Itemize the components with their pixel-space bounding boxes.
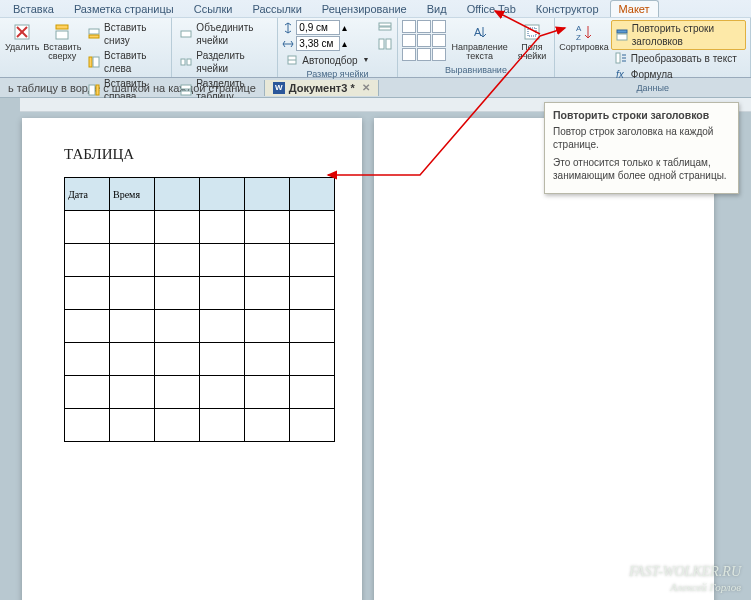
tab-vid[interactable]: Вид (418, 0, 456, 17)
tooltip-title: Повторить строки заголовков (553, 109, 730, 121)
align-tr[interactable] (432, 20, 446, 33)
formula-icon: fx (614, 67, 628, 81)
svg-rect-8 (93, 57, 99, 67)
svg-rect-27 (617, 30, 627, 33)
tooltip-text-1: Повтор строк заголовка на каждой страниц… (553, 125, 730, 151)
align-mc[interactable] (417, 34, 431, 47)
insert-bottom-icon (87, 27, 101, 41)
text-direction-button[interactable]: A Направление текста (448, 20, 512, 64)
to-text-icon (614, 51, 628, 65)
align-tl[interactable] (402, 20, 416, 33)
table-row (65, 310, 335, 343)
merge-cells-button[interactable]: Объединить ячейки (176, 20, 273, 48)
table-row (65, 211, 335, 244)
tab-rassylki[interactable]: Рассылки (243, 0, 310, 17)
svg-rect-19 (379, 27, 391, 30)
table-row (65, 244, 335, 277)
row-height-input[interactable] (296, 20, 340, 35)
svg-rect-20 (379, 39, 384, 49)
cell-margins-button[interactable]: Поля ячейки (514, 20, 551, 64)
insert-left-icon (87, 55, 101, 69)
width-icon (282, 38, 294, 50)
svg-rect-6 (89, 35, 99, 38)
cell-margins-icon (522, 22, 542, 42)
group-alignment: A Направление текста Поля ячейки Выравни… (398, 18, 556, 77)
group-data: AZ Сортировка Повторить строки заголовко… (555, 18, 751, 77)
table-header-row: Дата Время (65, 178, 335, 211)
svg-rect-7 (89, 57, 92, 67)
svg-rect-18 (379, 23, 391, 26)
table-row (65, 409, 335, 442)
split-table-icon (179, 83, 193, 97)
formula-button[interactable]: fx Формула (611, 66, 746, 82)
tab-maket[interactable]: Макет (610, 0, 659, 17)
distribute-rows-icon (378, 21, 392, 35)
svg-rect-5 (89, 29, 99, 34)
distribute-cols-icon (378, 37, 392, 51)
tooltip-repeat-header: Повторить строки заголовков Повтор строк… (544, 102, 739, 194)
delete-button[interactable]: Удалить (4, 20, 40, 54)
tab-officetab[interactable]: Office Tab (458, 0, 525, 17)
tab-recenz[interactable]: Рецензирование (313, 0, 416, 17)
align-ml[interactable] (402, 34, 416, 47)
svg-rect-13 (187, 59, 191, 65)
tab-razmetka[interactable]: Разметка страницы (65, 0, 183, 17)
svg-rect-3 (56, 31, 68, 39)
group-cell-size: ▴ ▴ Автоподбор▼ (278, 18, 397, 77)
convert-to-text-button[interactable]: Преобразовать в текст (611, 50, 746, 66)
group-label-alignment: Выравнивание (402, 64, 551, 76)
table-row (65, 376, 335, 409)
document-table[interactable]: Дата Время (64, 177, 335, 442)
page-1[interactable]: ТАБЛИЦА Дата Время (22, 118, 362, 600)
close-tab-icon[interactable]: ✕ (362, 82, 370, 93)
group-merge: Объединить ячейки Разделить ячейки Разде… (172, 18, 278, 77)
insert-top-icon (52, 22, 72, 42)
col-width-input[interactable] (296, 36, 340, 51)
align-tc[interactable] (417, 20, 431, 33)
merge-cells-icon (179, 27, 193, 41)
autofit-button[interactable]: Автоподбор▼ (282, 52, 372, 68)
svg-rect-11 (181, 31, 191, 37)
svg-rect-12 (181, 59, 185, 65)
table-row (65, 343, 335, 376)
align-mr[interactable] (432, 34, 446, 47)
svg-text:A: A (474, 26, 482, 38)
align-br[interactable] (432, 48, 446, 61)
align-bl[interactable] (402, 48, 416, 61)
tab-konstruktor[interactable]: Конструктор (527, 0, 608, 17)
sort-button[interactable]: AZ Сортировка (559, 20, 608, 54)
distribute-cols-button[interactable] (377, 36, 393, 52)
repeat-header-icon (615, 28, 629, 42)
dropdown-icon: ▼ (363, 55, 370, 64)
workspace: ТАБЛИЦА Дата Время Повторить строки заго… (0, 98, 751, 600)
insert-right-icon (87, 83, 101, 97)
insert-top-button[interactable]: Вставить сверху (42, 20, 82, 64)
svg-rect-14 (181, 85, 191, 89)
tab-vstavka[interactable]: Вставка (4, 0, 63, 17)
group-label-data: Данные (559, 82, 746, 94)
split-cells-button[interactable]: Разделить ячейки (176, 48, 273, 76)
svg-text:A: A (576, 24, 582, 33)
col-header-date[interactable]: Дата (65, 178, 110, 211)
align-bc[interactable] (417, 48, 431, 61)
tab-ssylki[interactable]: Ссылки (185, 0, 242, 17)
svg-rect-28 (617, 34, 627, 40)
ribbon-tabs: Вставка Разметка страницы Ссылки Рассылк… (0, 0, 751, 17)
repeat-header-rows-button[interactable]: Повторить строки заголовков (611, 20, 746, 50)
document-tab[interactable]: W Документ3 * ✕ (265, 80, 379, 96)
col-header-time[interactable]: Время (110, 178, 155, 211)
spinner-up-icon[interactable]: ▴ (342, 22, 347, 33)
insert-bottom-button[interactable]: Вставить снизу (84, 20, 167, 48)
svg-rect-29 (616, 53, 620, 63)
alignment-grid (402, 20, 446, 61)
spinner-up-icon[interactable]: ▴ (342, 38, 347, 49)
svg-rect-10 (96, 85, 99, 95)
distribute-rows-button[interactable] (377, 20, 393, 36)
tooltip-text-2: Это относится только к таблицам, занимаю… (553, 156, 730, 182)
svg-rect-23 (525, 25, 539, 39)
svg-rect-15 (181, 91, 191, 95)
svg-text:Z: Z (576, 33, 581, 41)
svg-rect-4 (56, 25, 68, 29)
insert-left-button[interactable]: Вставить слева (84, 48, 167, 76)
word-icon: W (273, 82, 285, 94)
